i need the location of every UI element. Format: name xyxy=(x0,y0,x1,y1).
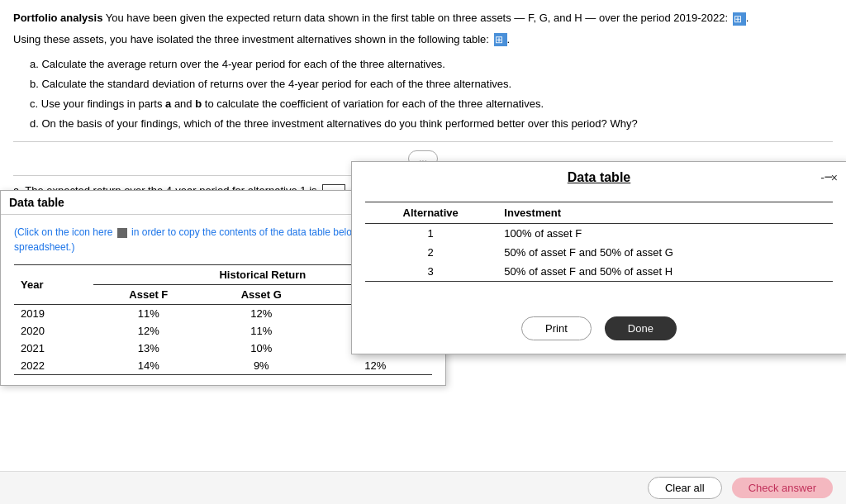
asset-g-header: Asset G xyxy=(204,285,319,305)
bold-title: Portfolio analysis xyxy=(13,12,102,24)
alternative-table: Alternative Investment 1 100% of asset F… xyxy=(365,202,833,282)
question-a: a. Calculate the average return over the… xyxy=(30,55,833,74)
intro-paragraph: Portfolio analysis You have been given t… xyxy=(13,10,833,26)
year-2020: 2020 xyxy=(14,322,93,340)
front-popup-title-bar: Data table - × xyxy=(352,162,846,193)
asset-f-header: Asset F xyxy=(93,285,204,305)
invest-col-header: Investment xyxy=(496,202,833,224)
g-2020: 11% xyxy=(204,322,319,340)
g-2022: 9% xyxy=(204,357,319,375)
alt-table-header: Alternative Investment xyxy=(365,202,833,224)
front-popup-body: Alternative Investment 1 100% of asset F… xyxy=(352,193,846,307)
table-row: 2022 14% 9% 12% xyxy=(14,357,432,375)
f-2020: 12% xyxy=(93,322,204,340)
table-row: 3 50% of asset F and 50% of asset H xyxy=(365,262,833,282)
copy-icon[interactable] xyxy=(117,228,127,238)
year-2019: 2019 xyxy=(14,305,93,323)
alt-3: 3 xyxy=(365,262,496,282)
question-list: a. Calculate the average return over the… xyxy=(30,55,833,133)
front-data-table-popup: − Data table - × Alternative Investment … xyxy=(351,161,846,354)
alt-2: 2 xyxy=(365,243,496,262)
bottom-bar: Clear all Check answer xyxy=(0,471,846,504)
front-popup-title: Data table xyxy=(568,170,630,185)
g-2021: 10% xyxy=(204,340,319,357)
bg-popup-title: Data table xyxy=(9,196,64,209)
invest-3: 50% of asset F and 50% of asset H xyxy=(496,262,833,282)
divider-1 xyxy=(13,141,833,142)
invest-2: 50% of asset F and 50% of asset G xyxy=(496,243,833,262)
question-d: d. On the basis of your findings, which … xyxy=(30,115,833,133)
alt-1: 1 xyxy=(365,224,496,244)
f-2021: 13% xyxy=(93,340,204,357)
table-icon-2[interactable] xyxy=(494,33,507,46)
intro-text1: You have been given the expected return … xyxy=(106,12,728,24)
h-2022: 12% xyxy=(319,357,432,375)
table-row: 2 50% of asset F and 50% of asset G xyxy=(365,243,833,262)
clear-all-button[interactable]: Clear all xyxy=(648,477,722,499)
invest-1: 100% of asset F xyxy=(496,224,833,244)
table-row: 1 100% of asset F xyxy=(365,224,833,244)
question-b: b. Calculate the standard deviation of r… xyxy=(30,75,833,93)
year-2021: 2021 xyxy=(14,340,93,357)
f-2019: 11% xyxy=(93,305,204,323)
front-popup-minimize-top[interactable]: − xyxy=(824,169,833,186)
question-c: c. Use your findings in parts a and b to… xyxy=(30,95,833,113)
done-button[interactable]: Done xyxy=(605,316,677,340)
f-2022: 14% xyxy=(93,357,204,375)
table-icon-1[interactable] xyxy=(733,12,746,26)
intro-text2: Using these assets, you have isolated th… xyxy=(13,31,833,48)
year-2022: 2022 xyxy=(14,357,93,375)
print-button[interactable]: Print xyxy=(521,316,592,340)
year-header: Year xyxy=(14,265,93,305)
front-popup-footer: Print Done xyxy=(352,307,846,354)
g-2019: 12% xyxy=(204,305,319,323)
check-answer-button[interactable]: Check answer xyxy=(732,478,833,498)
alt-col-header: Alternative xyxy=(365,202,496,224)
